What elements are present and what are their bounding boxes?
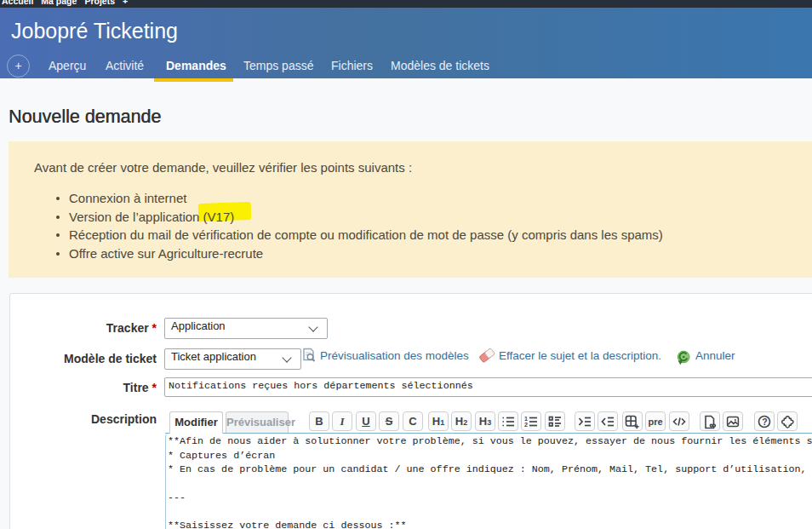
- svg-text:?: ?: [762, 417, 767, 427]
- svg-text:1: 1: [524, 416, 528, 422]
- svg-text:2: 2: [524, 422, 528, 428]
